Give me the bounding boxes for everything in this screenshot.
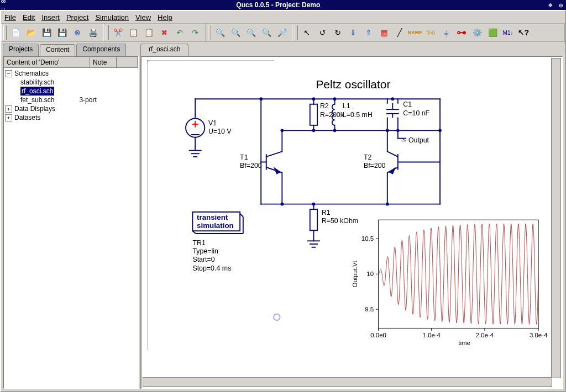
label-t1-name: T1 (240, 153, 248, 161)
content-header-col1[interactable]: Content of 'Demo' (4, 57, 90, 68)
schematic-title: Peltz oscillator (316, 78, 390, 91)
svg-text:10.5: 10.5 (361, 235, 374, 242)
tree-node-schematics[interactable]: − Schematics (4, 69, 138, 78)
output-label[interactable]: Output (401, 136, 429, 144)
svg-point-3 (391, 97, 394, 100)
vertical-scrollbar[interactable] (551, 58, 561, 378)
tree-item[interactable]: stability.sch (4, 78, 138, 87)
help-icon[interactable]: ↖? (516, 25, 531, 40)
svg-marker-29 (275, 168, 280, 174)
svg-point-11 (386, 203, 389, 206)
print-icon[interactable]: 🖨️ (86, 25, 100, 40)
delete-icon[interactable]: ✖ (157, 25, 171, 40)
zoom-out-icon[interactable]: 🔍 (244, 25, 258, 40)
menu-file[interactable]: File (4, 13, 16, 22)
magnifier-icon[interactable]: 🔎 (275, 25, 289, 40)
svg-point-6 (386, 129, 389, 132)
dc-bias-icon[interactable]: 🟩 (485, 25, 500, 40)
sim-param: Type=lin (192, 247, 218, 255)
wire-icon[interactable]: ╱ (392, 25, 407, 40)
collapse-icon[interactable]: − (5, 70, 12, 77)
paste-icon[interactable]: 📋 (142, 25, 156, 40)
menu-insert[interactable]: Insert (41, 13, 60, 22)
label-t1-value: Bf=200 (240, 162, 262, 169)
component-c1[interactable] (386, 103, 399, 118)
mirror-down-icon[interactable]: ⇓ (346, 25, 360, 40)
svg-point-8 (280, 129, 284, 132)
mirror-up-icon[interactable]: ⇑ (361, 25, 376, 40)
document-tabs: rf_osci.sch (140, 44, 563, 56)
undo-icon[interactable]: ↶ (172, 25, 187, 40)
toolbar-handle[interactable] (3, 25, 7, 40)
zoom-1-icon[interactable]: 🔍 (259, 25, 274, 40)
svg-text:Output: Output (408, 136, 429, 144)
tree-node-datasets[interactable]: + Datasets (4, 113, 138, 122)
document-tab[interactable]: rf_osci.sch (140, 44, 188, 56)
zoom-fit-icon[interactable]: 🔍 (228, 25, 243, 40)
component-t1[interactable] (266, 151, 282, 173)
menu-help[interactable]: Help (158, 13, 172, 22)
deactivate-icon[interactable]: ▦ (377, 25, 391, 40)
redo-icon[interactable]: ↷ (188, 25, 202, 40)
window-maximize-button[interactable]: ❖ (547, 2, 554, 9)
menu-simulation[interactable]: Simulation (95, 13, 129, 22)
select-icon[interactable]: ↖ (300, 25, 314, 40)
marker-icon[interactable]: M1↓ (501, 25, 515, 40)
equation-icon[interactable]: f(ω) (423, 25, 438, 40)
output-chart[interactable]: 9.5 10 10.5 0.0e0 1.0e-4 2.0e-4 3.0e-4 (352, 220, 548, 346)
tab-content[interactable]: Content (40, 44, 75, 56)
horizontal-scrollbar[interactable] (143, 377, 552, 387)
open-icon[interactable]: 📂 (24, 25, 38, 40)
window-close-button[interactable]: ⊙ (557, 2, 565, 9)
menu-project[interactable]: Project (66, 13, 88, 22)
port-icon[interactable]: ⊶ (454, 25, 469, 40)
svg-text:9.5: 9.5 (365, 306, 374, 312)
new-icon[interactable]: 📄 (8, 25, 23, 40)
toolbar-handle[interactable] (295, 25, 298, 40)
rotate-right-icon[interactable]: ↻ (331, 25, 345, 40)
tree-item[interactable]: fet_sub.sch 3-port (4, 96, 138, 104)
simulate-icon[interactable]: ⚙️ (470, 25, 484, 40)
component-v1[interactable] (186, 118, 205, 157)
project-tree[interactable]: − Schematics stability.sch rf_osci.sch f… (4, 68, 138, 388)
tab-projects[interactable]: Projects (3, 44, 39, 56)
label-r1-value: R=50 kOhm (322, 217, 358, 225)
component-r1[interactable] (310, 209, 317, 230)
expand-icon[interactable]: + (5, 105, 12, 113)
save-icon[interactable]: 💾 (39, 25, 54, 40)
tab-components[interactable]: Components (76, 44, 126, 56)
svg-marker-33 (390, 168, 395, 174)
schematic-svg: Peltz oscillator (142, 57, 562, 388)
rotate-left-icon[interactable]: ↺ (315, 25, 329, 40)
copy-icon[interactable]: 📋 (126, 25, 140, 40)
toolbar-handle[interactable] (208, 25, 211, 40)
svg-point-2 (333, 97, 337, 100)
svg-line-35 (402, 139, 406, 141)
component-t2[interactable] (387, 151, 398, 173)
svg-point-1 (312, 97, 316, 100)
svg-text:2.0e-4: 2.0e-4 (476, 332, 494, 338)
expand-icon[interactable]: + (5, 114, 12, 121)
toolbar: 📄 📂 💾 💾 ⊗ 🖨️ ✂️ 📋 📋 ✖ ↶ ↷ 🔍 🔍 🔍 🔍 🔎 (1, 24, 565, 42)
save-all-icon[interactable]: 💾 (55, 25, 69, 40)
content-header-col2[interactable]: Note (90, 57, 117, 68)
schematic-canvas[interactable]: Peltz oscillator (140, 56, 563, 389)
zoom-in-icon[interactable]: 🔍 (213, 25, 227, 40)
label-icon[interactable]: NAME (408, 25, 422, 40)
component-r2[interactable] (310, 104, 317, 125)
window-titlebar: ∞ ○ Qucs 0.0.5 - Project: Demo ❖ ⊙ (0, 0, 566, 10)
svg-line-31 (387, 151, 398, 157)
close-icon[interactable]: ⊗ (70, 25, 85, 40)
menu-view[interactable]: View (135, 13, 151, 22)
ground-icon[interactable]: ⏚ (439, 25, 453, 40)
cut-icon[interactable]: ✂️ (111, 25, 125, 40)
svg-text:10: 10 (366, 271, 374, 277)
svg-text:transient: transient (197, 213, 228, 221)
ground-r1[interactable] (307, 241, 320, 247)
sim-param: TR1 (192, 239, 205, 247)
menu-edit[interactable]: Edit (23, 13, 35, 22)
tree-node-data-displays[interactable]: + Data Displays (4, 104, 138, 113)
tree-item-selected[interactable]: rf_osci.sch (4, 87, 138, 96)
simulation-box[interactable]: transient simulation (192, 212, 243, 234)
toolbar-handle[interactable] (106, 25, 109, 40)
